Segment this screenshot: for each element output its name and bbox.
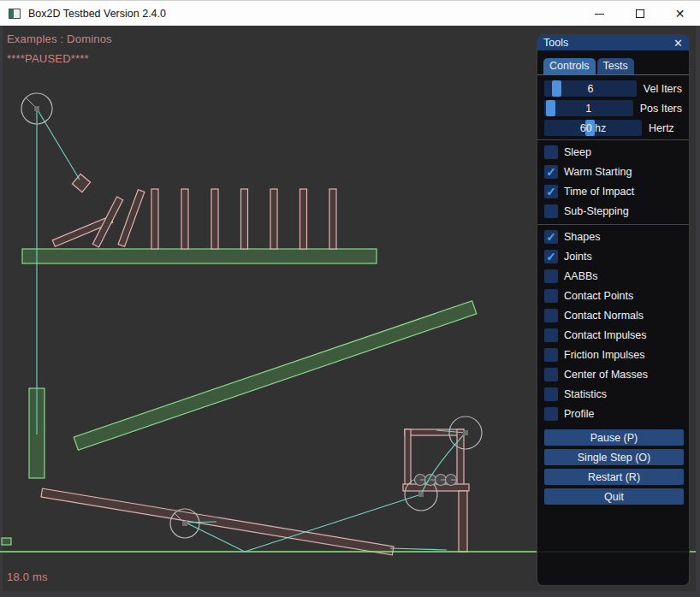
checkbox-statistics[interactable] <box>544 387 558 401</box>
restart-button[interactable]: Restart (R) <box>544 469 684 485</box>
checkbox-row-contact-normals: Contact Normals <box>544 309 682 322</box>
panel-close-button[interactable]: ✕ <box>673 38 683 49</box>
maximize-icon <box>636 9 644 18</box>
separator <box>537 224 689 225</box>
checkbox-warm-starting[interactable]: ✓ <box>544 165 558 179</box>
maximize-button[interactable] <box>620 1 660 26</box>
checkbox-joints[interactable]: ✓ <box>544 250 558 263</box>
frame-left-post[interactable] <box>405 429 411 490</box>
checkbox-label: Time of Impact <box>564 186 634 198</box>
checkbox-row-statistics: Statistics <box>544 387 682 401</box>
panel-body: 6Vel Iters1Pos Iters60 hzHertzSleep✓Warm… <box>537 75 689 505</box>
slider-row-pos-iters: 1Pos Iters <box>544 100 682 116</box>
small-box <box>2 538 11 545</box>
falling-domino[interactable] <box>118 190 145 247</box>
joint-line <box>390 548 447 550</box>
tab-controls[interactable]: Controls <box>543 58 596 74</box>
tab-tests[interactable]: Tests <box>597 58 634 74</box>
checkbox-row-aabbs: AABBs <box>544 269 682 283</box>
slider-row-vel-iters: 6Vel Iters <box>544 80 682 97</box>
angled-plank <box>74 301 477 451</box>
slider-label: Hertz <box>649 122 674 134</box>
pause-button[interactable]: Pause (P) <box>544 429 684 446</box>
checkbox-label: Contact Impulses <box>564 329 647 341</box>
checkbox-label: Friction Impulses <box>564 349 644 361</box>
checkbox-label: Joints <box>564 251 592 263</box>
checkbox-contact-normals[interactable] <box>544 309 558 322</box>
domino-platform <box>22 249 377 263</box>
checkbox-center-of-masses[interactable] <box>544 368 558 381</box>
joint-anchor <box>463 430 468 435</box>
standing-domino[interactable] <box>151 189 158 249</box>
checkbox-label: Contact Normals <box>564 310 644 322</box>
slider-value: 1 <box>544 100 633 116</box>
checkbox-row-time-of-impact: ✓Time of Impact <box>544 185 682 198</box>
checkbox-friction-impulses[interactable] <box>544 348 558 362</box>
app-icon <box>9 9 21 19</box>
paused-label: ****PAUSED**** <box>7 52 89 65</box>
joint-anchor <box>418 492 424 497</box>
checkbox-row-profile: Profile <box>544 407 682 421</box>
tools-panel-title: Tools <box>543 37 568 49</box>
checkbox-profile[interactable] <box>544 407 558 421</box>
swinging-box[interactable] <box>72 174 90 192</box>
checkbox-sub-stepping[interactable] <box>544 204 558 218</box>
panel-tabs: ControlsTests <box>543 58 689 74</box>
separator <box>537 139 689 140</box>
slider-value: 6 <box>544 80 637 97</box>
tools-panel-header[interactable]: Tools ✕ <box>537 35 689 50</box>
joint-anchor <box>182 521 187 526</box>
frame-time-label: 18.0 ms <box>7 570 48 583</box>
checkbox-label: Profile <box>564 408 594 420</box>
slider-vel-iters[interactable]: 6 <box>544 80 637 97</box>
checkbox-contact-points[interactable] <box>544 289 558 303</box>
slider-label: Vel Iters <box>644 83 682 95</box>
slider-hertz[interactable]: 60 hz <box>544 120 642 136</box>
checkbox-row-joints: ✓Joints <box>544 250 682 263</box>
checkbox-label: Shapes <box>564 231 600 243</box>
standing-domino[interactable] <box>181 189 188 249</box>
checkbox-sleep[interactable] <box>544 145 558 159</box>
slider-label: Pos Iters <box>640 103 682 115</box>
checkbox-row-contact-points: Contact Points <box>544 289 682 303</box>
joint-line <box>37 109 80 180</box>
checkbox-row-center-of-masses: Center of Masses <box>544 368 682 381</box>
checkbox-time-of-impact[interactable]: ✓ <box>544 185 558 198</box>
single-step-button[interactable]: Single Step (O) <box>544 449 684 465</box>
checkbox-contact-impulses[interactable] <box>544 328 558 342</box>
standing-domino[interactable] <box>241 189 248 249</box>
slider-row-hertz: 60 hzHertz <box>544 120 682 136</box>
minimize-button[interactable] <box>579 1 620 26</box>
slider-value: 60 hz <box>544 120 642 136</box>
minimize-icon <box>595 14 604 15</box>
checkbox-aabbs[interactable] <box>544 269 558 283</box>
checkbox-row-shapes: ✓Shapes <box>544 230 682 244</box>
standing-domino[interactable] <box>270 189 277 249</box>
checkbox-row-warm-starting: ✓Warm Starting <box>544 165 682 179</box>
tilting-plank[interactable] <box>41 488 394 555</box>
example-label: Examples : Dominos <box>7 33 112 45</box>
checkbox-row-friction-impulses: Friction Impulses <box>544 348 682 362</box>
frame-top-beam[interactable] <box>405 429 464 435</box>
window-title: Box2D Testbed Version 2.4.0 <box>28 8 166 20</box>
checkbox-row-sub-stepping: Sub-Stepping <box>544 204 682 218</box>
frame-lower-post[interactable] <box>459 491 467 552</box>
joint-anchor <box>34 106 39 111</box>
close-button[interactable]: ✕ <box>660 1 700 26</box>
checkbox-label: Warm Starting <box>564 166 632 178</box>
checkbox-shapes[interactable]: ✓ <box>544 230 558 244</box>
checkbox-label: Center of Masses <box>564 369 648 381</box>
standing-domino[interactable] <box>211 189 218 249</box>
standing-domino[interactable] <box>300 189 307 249</box>
checkbox-label: Contact Points <box>564 290 633 302</box>
tools-panel: Tools ✕ ControlsTests 6Vel Iters1Pos Ite… <box>537 34 690 586</box>
quit-button[interactable]: Quit <box>544 488 684 505</box>
standing-domino[interactable] <box>329 189 336 249</box>
checkbox-label: Sleep <box>564 146 591 158</box>
checkbox-row-sleep: Sleep <box>544 145 682 159</box>
titlebar[interactable]: Box2D Testbed Version 2.4.0 ✕ <box>0 0 700 26</box>
checkbox-row-contact-impulses: Contact Impulses <box>544 328 682 342</box>
checkbox-label: Sub-Stepping <box>564 205 629 217</box>
checkbox-label: Statistics <box>564 388 607 400</box>
slider-pos-iters[interactable]: 1 <box>544 100 633 116</box>
